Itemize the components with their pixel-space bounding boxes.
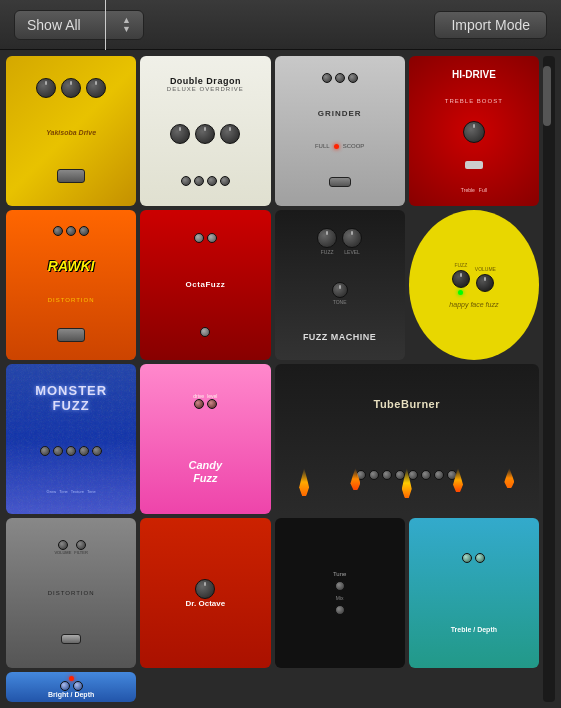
show-all-chevrons: ▲▼ [122,16,131,34]
switch-area [465,161,483,169]
pedals-grid: Yakisoba Drive Double Dragon DELUXE OVER… [6,56,539,702]
list-item[interactable]: RAWKI DISTORTION [6,210,136,360]
list-item[interactable]: GRINDER FULL SCOOP [275,56,405,206]
list-item[interactable]: HI-DRIVE TREBLE BOOST Treble Full [409,56,539,206]
list-item[interactable]: MONSTERFUZZ Grow Tone Texture Tone [6,364,136,514]
knob-tone [200,327,210,337]
knob-2 [53,446,63,456]
label-2: Tone [59,489,68,494]
stomp-switch[interactable] [61,634,81,644]
knob-level [342,228,362,248]
volume-group: VOLUME [475,266,496,292]
knob-drive [36,78,56,98]
knob-crunch [53,226,63,236]
knob-fuzz [452,270,470,288]
flames-decoration [275,468,540,496]
list-item[interactable]: OctaFuzz [140,210,270,360]
mix-label: Mix [336,595,344,601]
show-all-label: Show All [27,17,81,33]
knob-2 [195,124,215,144]
flame-3 [402,468,412,498]
knob-fat [61,78,81,98]
toggle-switch[interactable] [465,161,483,169]
knob-bright [60,681,70,691]
pedal-name: happy face fuzz [449,301,498,308]
volume-group: VOLUME [54,540,71,555]
label-1: Grow [47,489,57,494]
knob-level [207,233,217,243]
pedal-subtitle: TREBLE BOOST [445,98,503,104]
pedal-name: FUZZ MACHINE [303,332,377,342]
filter-label: FILTER [74,550,87,555]
scrollbar-thumb[interactable] [543,66,551,126]
led [334,144,339,149]
knob-level [86,78,106,98]
list-item[interactable]: VOLUME FILTER DISTORTION [6,518,136,668]
scrollbar-track[interactable] [543,56,555,702]
knob-tone-group: TONE [332,282,348,305]
knob-time [66,226,76,236]
flame-4 [453,468,463,492]
knob-1 [40,446,50,456]
pedal-name: Bright / Depth [48,691,94,698]
list-item[interactable]: Treble / Depth [409,518,539,668]
volume-label: VOLUME [475,266,496,272]
knob-1 [170,124,190,144]
knob-3 [220,124,240,144]
tone-label: TONE [333,299,347,305]
controls: Tune Mix [333,571,346,615]
top-knobs [322,73,358,83]
pedal-name: CandyFuzz [189,459,223,485]
knob-3 [66,446,76,456]
pedal-name: Yakisoba Drive [46,129,96,136]
stomp-switch[interactable] [329,177,351,187]
pedal-name: DISTORTION [48,590,95,596]
pedal-name: TubeBurner [373,398,440,410]
pedal-name: HI-DRIVE [452,69,496,80]
label-3: Texture [71,489,84,494]
list-item[interactable]: Tune Mix [275,518,405,668]
fuzz-label: FUZZ [454,262,467,268]
knob-treble [462,553,472,563]
list-item[interactable]: Dr. Octave [140,518,270,668]
knob-level [79,226,89,236]
pedal-name: GRINDER [318,109,362,118]
stomp-switch[interactable] [57,169,85,183]
list-item[interactable]: Bright / Depth [6,672,136,702]
knob-level [348,73,358,83]
stomp-switch[interactable] [57,328,85,342]
knob-fuzz-group: FUZZ [317,228,337,255]
knob-fuzz [317,228,337,248]
list-item[interactable]: Yakisoba Drive [6,56,136,206]
mode-labels: Treble Full [461,187,487,193]
pedal-name: Dr. Octave [186,599,226,608]
knob-filter [335,73,345,83]
knobs-row [40,446,102,456]
small-knobs-row [181,176,230,186]
list-item[interactable]: TubeBurner [275,364,540,514]
full-label: Full [479,187,487,193]
knobs-row [170,124,240,144]
list-item[interactable]: Double Dragon DELUXE OVERDRIVE [140,56,270,206]
drive-group: drive [193,393,204,409]
bottom-controls: FULL SCOOP [315,143,364,149]
knob-main [195,579,215,599]
list-item[interactable]: FUZZ VOLUME happy face fuzz [409,210,539,360]
bottom-knobs [200,327,210,337]
knob-level-group: LEVEL [342,228,362,255]
top-knobs [462,553,485,563]
import-mode-label: Import Mode [451,17,530,33]
level-label: LEVEL [344,249,360,255]
top-knobs: FUZZ LEVEL [317,228,362,255]
pedal-type: DISTORTION [48,297,95,303]
import-mode-button[interactable]: Import Mode [434,11,547,39]
top-bar: Show All ▲▼ Import Mode [0,0,561,50]
show-all-button[interactable]: Show All ▲▼ [14,10,144,40]
pedal-sub-title: DELUXE OVERDRIVE [167,86,244,92]
list-item[interactable]: FUZZ LEVEL TONE FUZZ MACHINE [275,210,405,360]
pedal-name: MONSTERFUZZ [35,384,107,413]
level-label: level [207,393,217,399]
knob-volume [476,274,494,292]
list-item[interactable]: drive level CandyFuzz [140,364,270,514]
knob-tone [332,282,348,298]
